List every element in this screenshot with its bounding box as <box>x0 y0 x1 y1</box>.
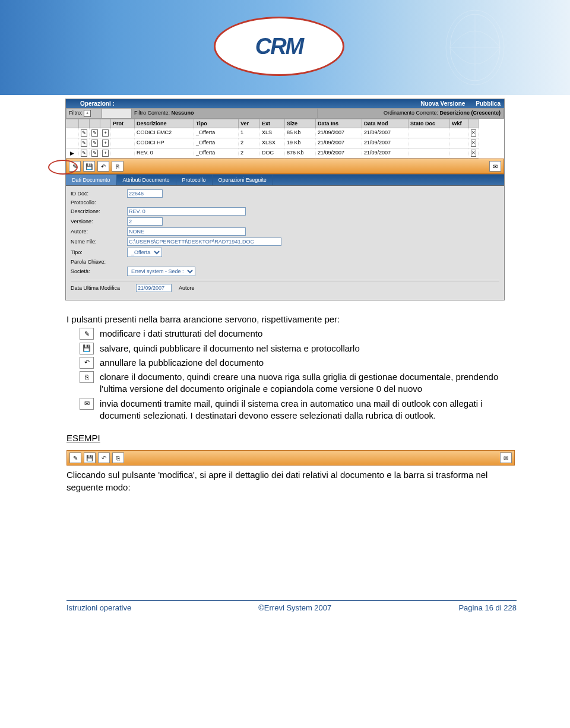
clone-button[interactable]: ⎘ <box>112 161 124 172</box>
bullet-text: salvare, quindi pubblicare il documento … <box>100 343 360 354</box>
parola-label: Parola Chiave: <box>71 259 127 265</box>
bullet-text: annullare la pubblicazione del documento <box>100 357 264 369</box>
tab-dati-documento[interactable]: Dati Documento <box>66 175 117 185</box>
col-tipo[interactable]: Tipo <box>194 119 239 128</box>
page-footer: Istruzioni operative ©Errevi System 2007… <box>66 600 517 612</box>
list-item: ⎘clonare il documento, quindi creare una… <box>80 371 517 395</box>
col-stato[interactable]: Stato Doc <box>408 119 450 128</box>
nomefile-field[interactable] <box>127 238 281 246</box>
tab-operazioni[interactable]: Operazioni Eseguite <box>213 175 273 185</box>
dum-field[interactable] <box>136 284 172 292</box>
esempi-orange-bar: ✎ 💾 ↶ ⎘ ✉ <box>66 450 515 466</box>
bullet-icon: 💾 <box>80 343 94 354</box>
tipo-label: Tipo: <box>71 249 127 255</box>
descrizione-field[interactable] <box>127 207 246 216</box>
table-row[interactable]: ✎✎+CODICI HP_Offerta2XLSX19 Kb21/09/2007… <box>66 138 504 148</box>
dum-label: Data Ultima Modifica <box>71 285 136 291</box>
orange-toolbar: ✎ 💾 ↶ ⎘ ✉ <box>66 159 504 174</box>
save-button[interactable]: 💾 <box>83 161 95 172</box>
footer-left: Istruzioni operative <box>66 603 131 612</box>
mail-button[interactable]: ✉ <box>489 161 501 172</box>
list-item: 💾salvare, quindi pubblicare il documento… <box>80 343 517 354</box>
tab-protocollo[interactable]: Protocollo <box>176 175 213 185</box>
bullet-text: modificare i dati strutturati del docume… <box>100 328 262 340</box>
nomefile-label: Nome File: <box>71 239 127 245</box>
protocollo-label: Protocollo: <box>71 200 127 205</box>
bullet-icon: ✉ <box>80 398 94 410</box>
grid-header-row: Prot Descrizione Tipo Ver Ext Size Data … <box>66 119 504 128</box>
societa-select[interactable]: Errevi system - Sede : <box>127 267 195 276</box>
undo-button[interactable]: ↶ <box>97 161 109 172</box>
descrizione-label: Descrizione: <box>71 208 127 214</box>
table-row[interactable]: ▶✎✎+REV. 0_Offerta2DOC876 Kb21/09/200721… <box>66 148 504 159</box>
ordinamento-corrente: Ordinamento Corrente: Descrizione (Cresc… <box>318 109 504 118</box>
filtro-label: Filtro: + <box>66 109 102 118</box>
bullet-icon: ↶ <box>80 357 94 369</box>
col-size[interactable]: Size <box>285 119 316 128</box>
crm-logo: CRM <box>214 17 344 76</box>
edit-button[interactable]: ✎ <box>69 452 81 463</box>
table-row[interactable]: ✎✎+CODICI EMC2_Offerta1XLS85 Kb21/09/200… <box>66 128 504 138</box>
tab-attributi[interactable]: Attributi Documento <box>117 175 176 185</box>
list-item: ✎modificare i dati strutturati del docum… <box>80 328 517 340</box>
bullet-text: clonare il documento, quindi creare una … <box>100 371 517 395</box>
icon-bullet-list: ✎modificare i dati strutturati del docum… <box>80 328 517 422</box>
footer-center: ©Errevi System 2007 <box>258 603 331 612</box>
col-ext[interactable]: Ext <box>260 119 285 128</box>
list-item: ✉invia documenti tramite mail, quindi il… <box>80 398 517 422</box>
autore-field[interactable] <box>127 227 246 236</box>
col-wkf[interactable]: Wkf <box>450 119 469 128</box>
col-ver[interactable]: Ver <box>239 119 260 128</box>
esempi-heading: ESEMPI <box>66 432 517 444</box>
bullet-icon: ⎘ <box>80 371 94 383</box>
detail-tabs: Dati Documento Attributi Documento Proto… <box>66 174 504 186</box>
col-prot[interactable]: Prot <box>111 119 135 128</box>
list-item: ↶annullare la pubblicazione del document… <box>80 357 517 369</box>
ops-label: Operazioni : <box>80 100 115 107</box>
footer-right: Pagina 16 di 228 <box>458 603 517 612</box>
autore2-label: Autore <box>179 285 195 291</box>
head-wireframe-decor <box>416 6 534 89</box>
highlight-circle <box>48 160 78 175</box>
autore-label: Autore: <box>71 229 127 235</box>
document-grid: Prot Descrizione Tipo Ver Ext Size Data … <box>66 119 504 159</box>
iddoc-label: ID Doc: <box>71 191 127 197</box>
filter-bar: Filtro: + Filtro Corrente: Nessuno Ordin… <box>66 108 504 119</box>
undo-button[interactable]: ↶ <box>98 452 110 463</box>
mail-button[interactable]: ✉ <box>500 452 512 463</box>
clone-button[interactable]: ⎘ <box>112 452 124 463</box>
iddoc-field[interactable] <box>127 189 163 198</box>
esempi-text: Cliccando sul pulsante 'modifica', si ap… <box>66 469 517 493</box>
filtro-corrente: Filtro Corrente: Nessuno <box>132 109 318 118</box>
pubblica-link[interactable]: Pubblica <box>476 100 501 107</box>
form-area: ID Doc: Protocollo: Descrizione: Version… <box>66 186 504 300</box>
document-body: I pulsanti presenti nella barra arancion… <box>66 314 517 493</box>
intro-text: I pulsanti presenti nella barra arancion… <box>66 314 517 325</box>
save-button[interactable]: 💾 <box>84 452 96 463</box>
crm-logo-text: CRM <box>255 34 303 59</box>
versione-field[interactable] <box>127 217 163 226</box>
col-descrizione[interactable]: Descrizione <box>135 119 194 128</box>
nuova-versione-link[interactable]: Nuova Versione <box>420 100 465 107</box>
bullet-icon: ✎ <box>80 328 94 340</box>
col-data-ins[interactable]: Data Ins <box>316 119 362 128</box>
versione-label: Versione: <box>71 219 127 224</box>
operations-bar: Operazioni : Nuova Versione Pubblica <box>66 99 504 108</box>
header-banner: CRM <box>0 0 570 95</box>
bullet-text: invia documenti tramite mail, quindi il … <box>100 398 517 422</box>
filter-expand[interactable] <box>102 109 132 118</box>
societa-label: Società: <box>71 268 127 274</box>
tipo-select[interactable]: _Offerta <box>127 248 162 257</box>
app-screenshot: Operazioni : Nuova Versione Pubblica Fil… <box>65 99 505 300</box>
col-data-mod[interactable]: Data Mod <box>362 119 408 128</box>
